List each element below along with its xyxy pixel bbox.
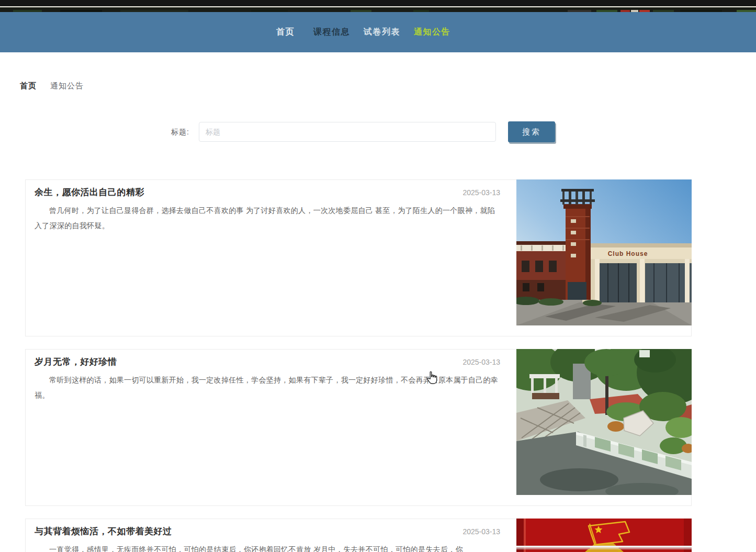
- notice-title[interactable]: 余生，愿你活出自己的精彩: [35, 186, 144, 198]
- search-bar: 标题: 搜索: [0, 121, 756, 142]
- notice-list-page: 首页 课程信息 试卷列表 通知公告 首页 通知公告 标题: 搜索 余生，愿你活出…: [0, 0, 756, 552]
- nav-item-exams[interactable]: 试卷列表: [364, 27, 400, 38]
- search-button[interactable]: 搜索: [508, 121, 555, 142]
- notice-date: 2025-03-13: [462, 358, 500, 366]
- notice-excerpt: 曾几何时，为了让自己显得合群，选择去做自己不喜欢的事 为了讨好喜欢的人，一次次地…: [35, 203, 500, 233]
- breadcrumb-current: 通知公告: [50, 81, 84, 91]
- breadcrumb: 首页 通知公告: [20, 81, 84, 91]
- banner-photo-strip: [0, 7, 756, 12]
- notice-excerpt: 一直觉得，感情里，无疾而终并不可怕，可怕的是结束后，你还抱着回忆不肯放 岁月中，…: [35, 542, 500, 552]
- notice-card-head: 与其背着烦恼活，不如带着美好过 2025-03-13: [35, 525, 500, 537]
- notice-card[interactable]: 与其背着烦恼活，不如带着美好过 2025-03-13 一直觉得，感情里，无疾而终…: [25, 519, 692, 552]
- notice-card-head: 岁月无常，好好珍惜 2025-03-13: [35, 356, 500, 368]
- campus-garden-photo[interactable]: [516, 349, 692, 495]
- notice-title[interactable]: 与其背着烦恼活，不如带着美好过: [35, 525, 172, 537]
- notice-card-head: 余生，愿你活出自己的精彩 2025-03-13: [35, 186, 500, 198]
- nav-item-home[interactable]: 首页: [276, 27, 295, 38]
- nav-item-notices[interactable]: 通知公告: [414, 27, 450, 38]
- main-nav: 首页 课程信息 试卷列表 通知公告: [0, 12, 756, 52]
- notice-card[interactable]: 余生，愿你活出自己的精彩 2025-03-13 曾几何时，为了让自己显得合群，选…: [25, 179, 692, 336]
- campus-clubhouse-photo[interactable]: Club House: [516, 179, 692, 325]
- breadcrumb-home[interactable]: 首页: [20, 81, 37, 91]
- youth-league-flag-photo[interactable]: [516, 519, 692, 552]
- notice-date: 2025-03-13: [462, 527, 500, 536]
- svg-text:Club House: Club House: [608, 250, 648, 257]
- notice-card[interactable]: 岁月无常，好好珍惜 2025-03-13 常听到这样的话，如果一切可以重新开始，…: [25, 349, 692, 506]
- search-input[interactable]: [199, 122, 496, 142]
- main-nav-items: 首页 课程信息 试卷列表 通知公告: [276, 27, 450, 38]
- notice-list: 余生，愿你活出自己的精彩 2025-03-13 曾几何时，为了让自己显得合群，选…: [25, 179, 692, 552]
- notice-title[interactable]: 岁月无常，好好珍惜: [35, 356, 117, 368]
- nav-item-courses[interactable]: 课程信息: [313, 27, 350, 38]
- notice-excerpt: 常听到这样的话，如果一切可以重新开始，我一定改掉任性，学会坚持，如果有下辈子，我…: [35, 373, 500, 403]
- browser-top-strip: [0, 0, 756, 6]
- notice-date: 2025-03-13: [462, 188, 500, 197]
- search-title-label: 标题:: [146, 128, 189, 137]
